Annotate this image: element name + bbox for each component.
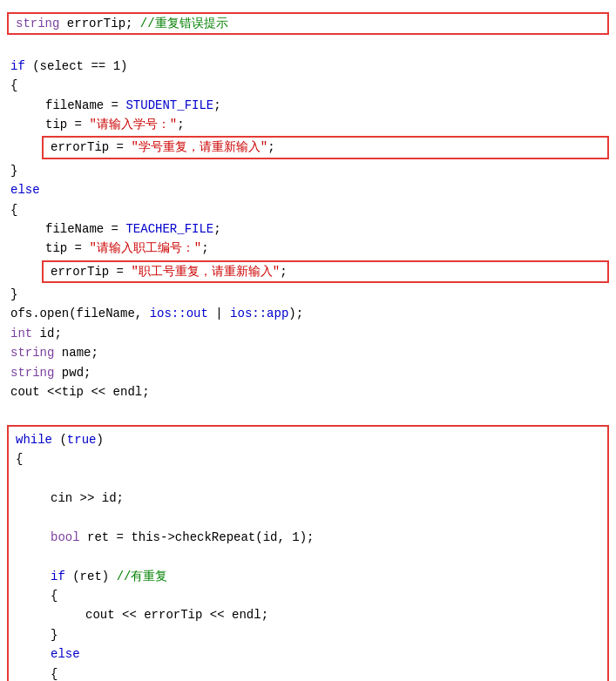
code-line: } <box>7 161 609 180</box>
keyword-else: else <box>51 644 80 664</box>
code-block: string errorTip; //重复错误提示 if (select == … <box>0 7 616 681</box>
code-text: name; <box>54 343 98 362</box>
keyword-if: if <box>51 567 65 586</box>
highlight-while-loop: while ( true ) { cin >> id; bool ret = t… <box>7 425 609 681</box>
keyword-string: string <box>16 14 59 33</box>
keyword-else: else <box>10 180 40 199</box>
code-line: else <box>12 644 604 664</box>
code-text: fileName = <box>45 96 125 115</box>
code-text: ; <box>201 239 208 258</box>
code-text: pwd; <box>54 363 91 382</box>
comment-text: //重复错误提示 <box>140 14 228 33</box>
code-line <box>12 547 604 566</box>
code-line: else <box>7 180 609 199</box>
code-line <box>12 469 604 489</box>
code-line: string name; <box>7 343 609 362</box>
code-text: } <box>10 161 17 180</box>
code-line: tip = "请输入学号：" ; <box>7 115 609 134</box>
keyword-true: true <box>67 430 97 449</box>
code-text: tip = <box>45 239 89 258</box>
code-line: string errorTip; //重复错误提示 <box>12 14 604 33</box>
code-line: cout <<tip << endl; <box>7 382 609 401</box>
code-line <box>12 508 604 527</box>
code-text: cout <<tip << endl; <box>10 382 150 401</box>
code-text: { <box>51 664 58 682</box>
code-text: cin >> id; <box>51 489 124 508</box>
string-literal: "请输入学号：" <box>89 115 177 134</box>
code-text: { <box>10 200 17 219</box>
code-line: cout << errorTip << endl; <box>12 605 604 624</box>
code-text: { <box>51 586 58 605</box>
code-text: errorTip = <box>51 138 131 157</box>
string-literal: "职工号重复，请重新输入" <box>131 262 280 281</box>
code-text: } <box>10 285 17 304</box>
highlight-teacher-errortip: errorTip = "职工号重复，请重新输入" ; <box>42 260 609 283</box>
code-text: cout << errorTip << endl; <box>85 605 268 624</box>
code-text: ofs.open(fileName, <box>10 304 150 323</box>
code-text: { <box>16 449 23 469</box>
code-line <box>7 401 609 421</box>
code-line: tip = "请输入职工编号：" ; <box>7 239 609 258</box>
code-text: id; <box>32 324 62 343</box>
ios-flag: ios::out <box>150 304 208 323</box>
code-line: { <box>7 76 609 95</box>
code-line: errorTip = "学号重复，请重新输入" ; <box>47 138 604 157</box>
code-text: fileName = <box>45 219 125 239</box>
keyword-string: string <box>10 363 54 382</box>
code-line: ofs.open(fileName, ios::out | ios::app )… <box>7 304 609 323</box>
code-text: ; <box>280 262 287 281</box>
code-line: if (ret) //有重复 <box>12 567 604 586</box>
constant: STUDENT_FILE <box>125 96 213 115</box>
code-line: cin >> id; <box>12 489 604 508</box>
string-literal: "请输入职工编号：" <box>89 239 201 258</box>
code-text: (ret) <box>65 567 117 586</box>
highlight-student-errortip: errorTip = "学号重复，请重新输入" ; <box>42 136 609 158</box>
code-line: { <box>7 200 609 219</box>
keyword-string: string <box>10 343 54 362</box>
code-line <box>7 37 609 56</box>
code-text: (select == 1) <box>25 57 128 76</box>
code-text: { <box>10 76 17 95</box>
code-text: ; <box>267 138 274 157</box>
code-line: while ( true ) <box>12 430 604 449</box>
code-text: ret = this->checkRepeat(id, 1); <box>80 528 315 547</box>
code-line: if (select == 1) <box>7 57 609 76</box>
code-line: string pwd; <box>7 363 609 382</box>
code-line: { <box>12 664 604 682</box>
code-line: fileName = STUDENT_FILE ; <box>7 96 609 115</box>
comment-text: //有重复 <box>117 567 168 586</box>
ios-flag: ios::app <box>230 304 288 323</box>
code-text: errorTip = <box>51 262 131 281</box>
code-line: fileName = TEACHER_FILE ; <box>7 219 609 239</box>
code-text: ; <box>213 96 220 115</box>
code-line: { <box>12 586 604 605</box>
keyword-while: while <box>16 430 52 449</box>
code-text: errorTip; <box>59 14 139 33</box>
highlight-errortip-declaration: string errorTip; //重复错误提示 <box>7 12 609 35</box>
code-text: ( <box>52 430 67 449</box>
code-text: | <box>208 304 230 323</box>
code-line: } <box>7 285 609 304</box>
string-literal: "学号重复，请重新输入" <box>131 138 267 157</box>
code-line: errorTip = "职工号重复，请重新输入" ; <box>47 262 604 281</box>
keyword-if: if <box>10 57 25 76</box>
constant: TEACHER_FILE <box>125 219 213 239</box>
code-line: } <box>12 625 604 644</box>
code-text: tip = <box>45 115 89 134</box>
code-text: ) <box>96 430 103 449</box>
code-line: int id; <box>7 324 609 343</box>
code-line: bool ret = this->checkRepeat(id, 1); <box>12 528 604 547</box>
code-text: ; <box>213 219 220 239</box>
code-text: } <box>51 625 58 644</box>
code-text: ); <box>288 304 303 323</box>
code-line: { <box>12 449 604 469</box>
keyword-bool: bool <box>51 528 80 547</box>
code-text: ; <box>177 115 184 134</box>
keyword-int: int <box>10 324 32 343</box>
